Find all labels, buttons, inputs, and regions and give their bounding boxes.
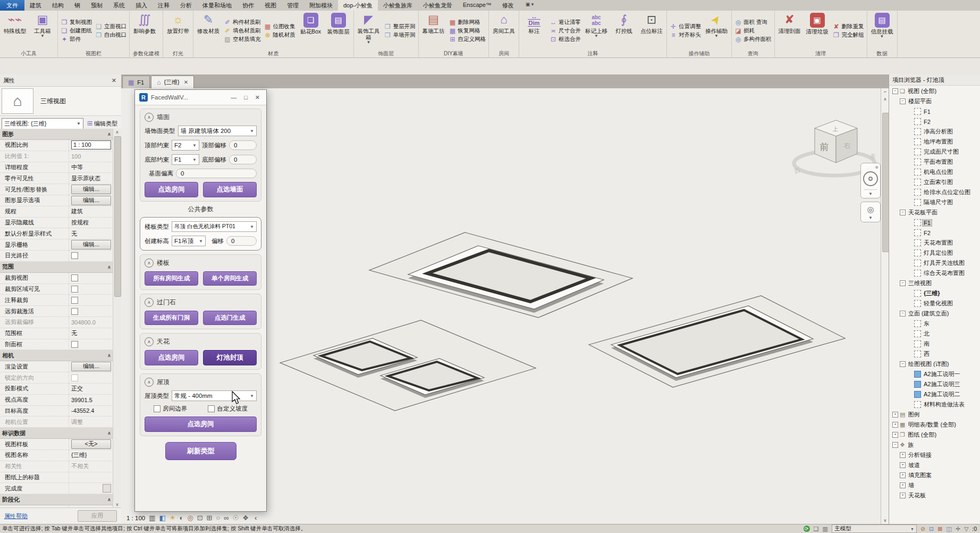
menu-tab-修改[interactable]: 修改	[497, 0, 519, 11]
checkbox[interactable]	[71, 252, 78, 259]
expand-icon[interactable]: +	[900, 493, 906, 498]
modify-material-button[interactable]: ✎修改材质	[195, 12, 222, 50]
expand-icon[interactable]: +	[900, 482, 906, 488]
select-by-face-toggle[interactable]: ◫	[947, 526, 952, 532]
custom-grid-button[interactable]: ⊞自定义网格	[448, 36, 487, 43]
menu-tab-插入[interactable]: 插入	[130, 0, 153, 11]
tree-item[interactable]: 机电点位图	[889, 167, 980, 177]
slab-type-select[interactable]: 吊顶 白色无机涂料 PT01▼	[172, 221, 257, 232]
light-cove-cap-button[interactable]: 灯池封顶	[203, 350, 257, 365]
property-section-header[interactable]: 标识数据∧	[0, 428, 113, 439]
clean-section-button[interactable]: ✘清理剖面	[776, 12, 803, 50]
collapse-icon[interactable]: −	[892, 442, 898, 448]
single-wall-opening-button[interactable]: ❒单墙开洞	[383, 31, 417, 39]
crop-region-icon[interactable]: ⊞	[207, 514, 213, 522]
component-material-brush-button[interactable]: ✐构件材质刷	[223, 19, 262, 26]
pick-room-button[interactable]: 点选房间	[145, 350, 198, 365]
roof-type-select[interactable]: 常规 - 400mm▼	[172, 390, 257, 401]
expand-icon[interactable]: +	[892, 422, 898, 428]
tree-item[interactable]: −天花板平面	[889, 207, 980, 218]
info-mount-button[interactable]: ▤信息挂载▼	[869, 12, 895, 50]
collapse-left-icon[interactable]: ‹	[255, 514, 257, 522]
menu-tab-注释[interactable]: 注释	[153, 0, 175, 11]
collapse-icon[interactable]: ∧	[145, 298, 154, 307]
lock-view-icon[interactable]: ○	[216, 514, 220, 522]
tree-item[interactable]: −三维视图	[889, 278, 980, 288]
tree-item[interactable]: +❐图纸 (全部)	[889, 430, 980, 440]
room-boundary-checkbox[interactable]	[154, 405, 160, 412]
tree-item[interactable]: 完成面尺寸图	[889, 147, 980, 157]
property-section-header[interactable]: 相机∧	[0, 350, 113, 361]
expand-icon[interactable]: +	[900, 462, 906, 468]
top-offset-input[interactable]: 0	[229, 140, 257, 150]
menu-tab-分析[interactable]: 分析	[175, 0, 197, 11]
close-icon[interactable]: ✕	[110, 77, 118, 84]
collapse-icon[interactable]: −	[900, 361, 906, 367]
align-header-button[interactable]: ≡对齐标头	[669, 31, 702, 39]
finish-layer-button[interactable]: ▤装饰面层	[325, 12, 352, 50]
temp-view-properties-icon[interactable]: ❖	[242, 514, 249, 522]
room-tools-button[interactable]: ⌂房间工具	[491, 12, 517, 50]
close-icon[interactable]: ✕	[253, 94, 262, 101]
tree-item[interactable]: F2	[889, 116, 980, 127]
custom-slope-checkbox[interactable]	[208, 405, 215, 412]
menu-tab-预制[interactable]: 预制	[86, 0, 108, 11]
close-icon[interactable]: ✕	[184, 79, 188, 85]
visual-style-icon[interactable]: ▥	[149, 514, 155, 522]
checkbox[interactable]	[71, 297, 78, 304]
loss-button[interactable]: ◪损耗	[733, 27, 773, 35]
tree-item[interactable]: 隔墙尺寸图	[889, 197, 980, 207]
navigation-wheel-box[interactable]: ⊗ ▼	[860, 163, 881, 198]
tree-item[interactable]: −绘图视图 (详图)	[889, 359, 980, 369]
tree-item[interactable]: 南	[889, 339, 980, 349]
apply-button[interactable]: 应用	[78, 510, 117, 522]
create-sheet-button[interactable]: ❏创建图纸	[60, 27, 93, 35]
tree-item[interactable]: 北	[889, 329, 980, 339]
expand-icon[interactable]: +	[900, 472, 906, 478]
select-links-toggle[interactable]: ⊘	[920, 526, 925, 532]
position-adjust-button[interactable]: ✛位置调整	[669, 23, 702, 30]
view-scale-label[interactable]: 1 : 100	[126, 515, 145, 521]
place-light-strip-button[interactable]: ☼放置灯带	[165, 12, 191, 50]
scroll-down-icon[interactable]: ∨	[881, 517, 889, 524]
zoom-icon[interactable]: ◎	[867, 205, 874, 214]
property-section-header[interactable]: 阶段化∧	[0, 494, 113, 505]
edit-button[interactable]: 编辑...	[71, 185, 111, 194]
tree-item[interactable]: 西	[889, 349, 980, 359]
tree-item[interactable]: A2施工说明一	[889, 369, 980, 379]
tree-item[interactable]: +▦明细表/数量 (全部)	[889, 420, 980, 430]
type-selector[interactable]: 三维视图: {三维}▼	[2, 118, 83, 129]
scroll-up-icon[interactable]: ∧	[881, 96, 889, 103]
expand-icon[interactable]: +	[900, 452, 906, 458]
workset-icon[interactable]: ▥	[822, 526, 827, 532]
tree-item[interactable]: 灯具定位图	[889, 248, 980, 258]
collapse-icon[interactable]: ∧	[145, 337, 154, 346]
menu-tab-钢[interactable]: 钢	[69, 0, 86, 11]
tree-item[interactable]: +▤图例	[889, 410, 980, 420]
tree-item[interactable]: +坡道	[889, 460, 980, 470]
checkbox[interactable]	[71, 341, 78, 348]
checkbox[interactable]	[71, 286, 78, 293]
property-section-header[interactable]: 范围∧	[0, 262, 113, 273]
restore-grid-button[interactable]: ▦恢复网格	[448, 27, 487, 35]
shadows-icon[interactable]: ◐	[179, 514, 183, 522]
fill-material-brush-button[interactable]: ✐填色材质刷	[223, 27, 262, 35]
collapse-icon[interactable]: ∧	[145, 378, 154, 387]
tree-item[interactable]: +天花板	[889, 490, 980, 501]
tree-item[interactable]: F1	[889, 106, 980, 116]
special-linetype-button[interactable]: ⌁⌁特殊线型	[2, 12, 28, 50]
delete-duplicates-button[interactable]: ✘删除重复	[832, 23, 865, 30]
avoid-clear-button[interactable]: ↔避让清零	[548, 19, 582, 26]
edit-button[interactable]: <无>	[71, 439, 111, 449]
tree-item[interactable]: 轻量化视图	[889, 298, 980, 309]
tree-item[interactable]: 给排水点位定位图	[889, 187, 980, 197]
finish-toolbox-button[interactable]: ◤装饰工具箱▼	[356, 12, 382, 50]
bottom-constraint-select[interactable]: F1▼	[172, 154, 199, 165]
menu-tab-Enscape™[interactable]: Enscape™	[458, 0, 497, 11]
scrollbar-thumb[interactable]	[114, 136, 121, 297]
dimension-merge-button[interactable]: ≍尺寸合并	[548, 27, 582, 35]
dimension-button[interactable]: ↔Dim标注	[521, 12, 547, 50]
pick-room-button[interactable]: 点选房间	[145, 182, 198, 197]
tree-item[interactable]: 净高分析图	[889, 127, 980, 137]
tree-item[interactable]: A2施工说明二	[889, 389, 980, 399]
